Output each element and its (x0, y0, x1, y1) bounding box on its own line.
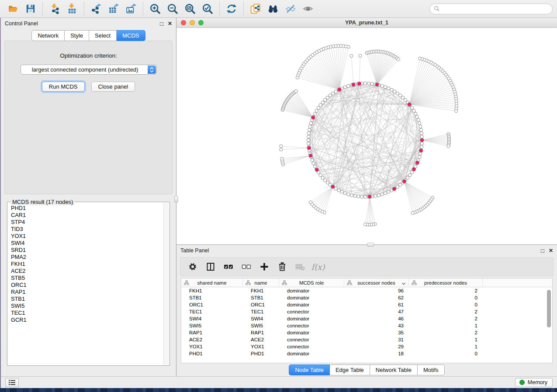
tab-network[interactable]: Network (31, 30, 65, 41)
cell-successor-nodes[interactable]: 62 (344, 295, 409, 300)
cell-shared-name[interactable]: SWI4 (181, 316, 243, 321)
cell-predecessor-nodes[interactable]: 2 (409, 330, 483, 335)
cell-MCDS-role[interactable]: connector (279, 323, 344, 328)
mcds-hub-node[interactable] (315, 168, 318, 172)
ring-node[interactable] (387, 190, 390, 193)
ring-node[interactable] (420, 135, 423, 138)
mcds-hub-node[interactable] (402, 179, 406, 183)
ring-node[interactable] (363, 82, 367, 85)
ring-node[interactable] (396, 92, 399, 95)
optimization-criterion-select[interactable]: largest connected component (undirected) (21, 65, 157, 75)
ring-node[interactable] (317, 106, 320, 109)
delete-column-button[interactable] (275, 260, 289, 274)
ring-node[interactable] (398, 183, 401, 186)
cell-successor-nodes[interactable]: 96 (344, 288, 409, 293)
mcds-result-item[interactable]: STB5 (11, 275, 163, 282)
column-header-successor-nodes[interactable]: successor nodes (344, 279, 409, 287)
delete-table-button[interactable] (293, 260, 307, 274)
ring-node[interactable] (347, 193, 350, 196)
cell-MCDS-role[interactable]: dominator (279, 316, 344, 321)
mcds-hub-node[interactable] (357, 82, 361, 86)
mcds-hub-node[interactable] (408, 103, 411, 106)
ring-node[interactable] (363, 195, 367, 198)
mcds-result-item[interactable]: TID3 (11, 226, 163, 233)
export-table-button[interactable] (105, 1, 122, 16)
cell-MCDS-role[interactable]: dominator (279, 295, 344, 300)
ring-node[interactable] (321, 176, 324, 179)
ring-node[interactable] (418, 122, 421, 125)
mcds-hub-node[interactable] (368, 195, 371, 198)
table-row[interactable]: ORC1ORC1dominator610 (181, 301, 552, 308)
ring-node[interactable] (384, 192, 387, 195)
ring-node[interactable] (343, 86, 346, 89)
ring-node[interactable] (319, 173, 322, 176)
ring-node[interactable] (414, 112, 417, 115)
ring-node[interactable] (412, 109, 415, 112)
cell-name[interactable]: SWI4 (243, 316, 279, 321)
leaf-node[interactable] (364, 223, 367, 226)
cell-successor-nodes[interactable]: 61 (344, 302, 409, 307)
ring-node[interactable] (377, 194, 380, 197)
mcds-result-item[interactable]: CAR1 (11, 212, 163, 219)
column-header-name[interactable]: name (243, 279, 279, 287)
tab-motifs[interactable]: Motifs (418, 364, 445, 375)
cell-predecessor-nodes[interactable]: 1 (409, 337, 483, 342)
cell-shared-name[interactable]: FKH1 (181, 288, 243, 293)
cell-predecessor-nodes[interactable]: 2 (409, 316, 483, 321)
mcds-hub-node[interactable] (420, 138, 424, 142)
show-graphics-button[interactable] (299, 1, 317, 16)
mcds-result-item[interactable]: TEC1 (11, 309, 163, 316)
cell-successor-nodes[interactable]: 35 (344, 330, 409, 335)
cell-shared-name[interactable]: SWI5 (181, 323, 243, 328)
cell-name[interactable]: YOX1 (243, 344, 279, 349)
leaf-node[interactable] (280, 157, 284, 160)
mcds-hub-node[interactable] (307, 146, 311, 150)
ring-node[interactable] (408, 173, 412, 176)
ring-node[interactable] (315, 109, 318, 112)
mcds-hub-node[interactable] (352, 83, 355, 86)
leaf-node[interactable] (397, 58, 400, 61)
mcds-result-item[interactable]: GCR1 (11, 316, 163, 323)
table-row[interactable]: ACE2ACE2connector311 (181, 336, 552, 343)
ring-node[interactable] (387, 87, 390, 90)
maximize-traffic-icon[interactable] (198, 20, 204, 25)
cell-successor-nodes[interactable]: 31 (344, 337, 409, 342)
ring-node[interactable] (367, 82, 370, 85)
mcds-result-item[interactable]: ACE2 (11, 268, 163, 275)
tab-node-table[interactable]: Node Table (289, 364, 330, 375)
mcds-result-item[interactable]: STP4 (11, 219, 163, 226)
ring-node[interactable] (347, 84, 350, 87)
cell-MCDS-role[interactable]: connector (279, 337, 344, 342)
copy-network-button[interactable] (247, 1, 264, 16)
leaf-node[interactable] (359, 54, 362, 57)
save-session-button[interactable] (22, 1, 39, 16)
cell-predecessor-nodes[interactable]: 2 (409, 288, 483, 293)
mcds-result-item[interactable]: RAP1 (11, 289, 163, 296)
ring-node[interactable] (353, 194, 356, 197)
split-table-button[interactable] (204, 260, 218, 274)
table-row[interactable]: SWI4SWI4dominator462 (181, 315, 552, 322)
mcds-hub-node[interactable] (331, 185, 335, 189)
ring-node[interactable] (420, 145, 423, 148)
mcds-hub-node[interactable] (375, 83, 379, 86)
cell-MCDS-role[interactable]: dominator (279, 330, 344, 335)
mcds-result-list[interactable]: PHD1CAR1STP4TID3YOX1SWI4SRD1PMA2FKH1ACE2… (11, 205, 163, 364)
import-table-button[interactable] (63, 1, 81, 16)
column-header-shared-name[interactable]: shared name (181, 279, 243, 287)
cell-successor-nodes[interactable]: 46 (344, 316, 409, 321)
mcds-result-item[interactable]: PHD1 (11, 205, 163, 212)
leaf-node[interactable] (294, 89, 298, 93)
leaf-node[interactable] (454, 110, 457, 113)
mcds-result-item[interactable]: ORC1 (11, 282, 163, 289)
cell-shared-name[interactable]: STB1 (181, 295, 243, 300)
cell-successor-nodes[interactable]: 29 (344, 344, 409, 349)
ring-node[interactable] (419, 125, 422, 128)
mcds-hub-node[interactable] (415, 161, 419, 165)
ring-node[interactable] (331, 92, 334, 95)
ring-node[interactable] (340, 190, 343, 193)
tab-style[interactable]: Style (65, 30, 89, 41)
zoom-in-button[interactable] (146, 1, 164, 16)
leaf-node[interactable] (280, 148, 283, 151)
table-row[interactable]: YOX1YOX1connector291 (181, 343, 552, 350)
table-panel-float-button[interactable]: □ (541, 248, 544, 254)
